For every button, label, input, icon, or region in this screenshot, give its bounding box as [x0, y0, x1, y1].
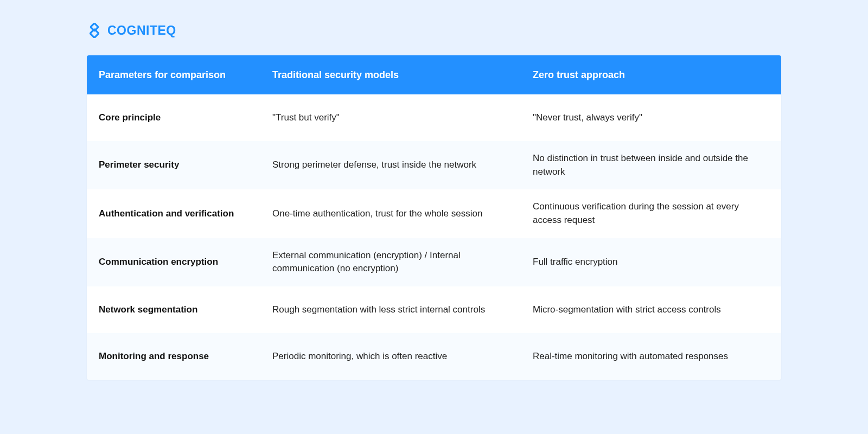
zero-trust-cell: Real-time monitoring with automated resp…	[521, 339, 781, 374]
zero-trust-cell: No distinction in trust between inside a…	[521, 141, 781, 189]
traditional-cell: External communication (encryption) / In…	[260, 238, 521, 286]
zero-trust-cell: Continuous verification during the sessi…	[521, 189, 781, 238]
header-param: Parameters for comparison	[87, 56, 260, 94]
table-header-row: Parameters for comparison Traditional se…	[87, 55, 781, 94]
table-row: Network segmentation Rough segmentation …	[87, 286, 781, 333]
traditional-cell: "Trust but verify"	[260, 100, 521, 136]
zero-trust-cell: "Never trust, always verify"	[521, 100, 781, 136]
zero-trust-cell: Micro-segmentation with strict access co…	[521, 292, 781, 328]
header-traditional: Traditional security models	[260, 56, 521, 94]
traditional-cell: Periodic monitoring, which is often reac…	[260, 339, 521, 374]
header-zero-trust: Zero trust approach	[521, 56, 781, 94]
param-cell: Monitoring and response	[87, 339, 260, 374]
brand-name: COGNITEQ	[107, 23, 176, 38]
table-row: Core principle "Trust but verify" "Never…	[87, 94, 781, 141]
traditional-cell: Strong perimeter defense, trust inside t…	[260, 148, 521, 183]
page: COGNITEQ Parameters for comparison Tradi…	[0, 0, 868, 434]
param-cell: Perimeter security	[87, 148, 260, 183]
svg-rect-1	[90, 29, 99, 38]
brand: COGNITEQ	[87, 23, 781, 38]
comparison-table: Parameters for comparison Traditional se…	[87, 55, 781, 380]
table-row: Perimeter security Strong perimeter defe…	[87, 141, 781, 189]
traditional-cell: Rough segmentation with less strict inte…	[260, 292, 521, 328]
param-cell: Communication encryption	[87, 245, 260, 280]
table-body: Core principle "Trust but verify" "Never…	[87, 94, 781, 380]
table-row: Monitoring and response Periodic monitor…	[87, 333, 781, 380]
param-cell: Core principle	[87, 100, 260, 136]
param-cell: Authentication and verification	[87, 196, 260, 232]
zero-trust-cell: Full traffic encryption	[521, 245, 781, 280]
logo-icon	[87, 23, 102, 38]
param-cell: Network segmentation	[87, 292, 260, 328]
traditional-cell: One-time authentication, trust for the w…	[260, 196, 521, 232]
table-row: Communication encryption External commun…	[87, 238, 781, 286]
table-row: Authentication and verification One-time…	[87, 189, 781, 238]
